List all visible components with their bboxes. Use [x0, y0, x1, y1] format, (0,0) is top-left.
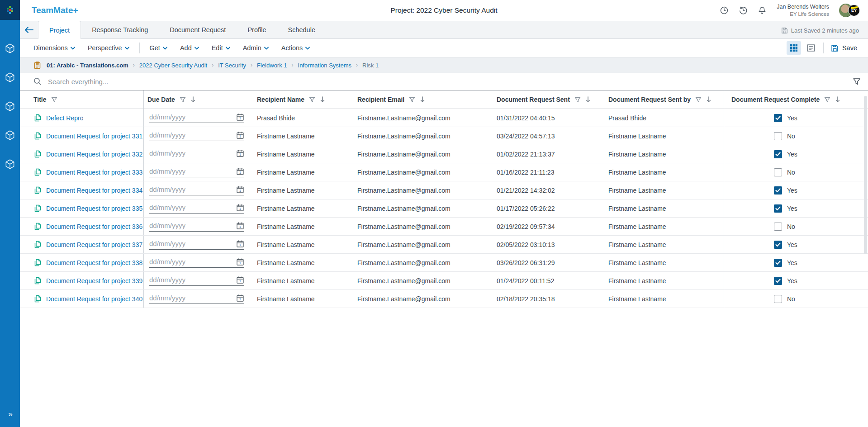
menu-edit[interactable]: Edit — [205, 39, 237, 57]
calendar-icon[interactable]: 1 — [236, 258, 244, 266]
complete-checkbox[interactable] — [774, 259, 782, 267]
column-sort-arrow-icon[interactable] — [420, 96, 425, 103]
due-date-input[interactable] — [149, 204, 226, 211]
back-button[interactable] — [20, 21, 38, 38]
complete-checkbox[interactable] — [774, 277, 782, 285]
sidebar-expand-chevrons-icon[interactable]: » — [0, 410, 20, 419]
menu-admin[interactable]: Admin — [237, 39, 275, 57]
document-request-link[interactable]: Defect Repro — [46, 114, 83, 122]
menu-actions[interactable]: Actions — [275, 39, 317, 57]
user-menu[interactable]: Jan Berends Wolters EY Life Sciences — [777, 4, 829, 17]
complete-checkbox[interactable] — [774, 168, 782, 176]
breadcrumb-item[interactable]: Fieldwork 1 — [257, 62, 287, 69]
complete-checkbox[interactable] — [774, 204, 782, 213]
column-sort-arrow-icon[interactable] — [585, 96, 591, 103]
calendar-icon[interactable]: 1 — [236, 276, 244, 284]
document-request-link[interactable]: Document Request for project 336 — [46, 223, 142, 230]
breadcrumb-item[interactable]: IT Security — [218, 62, 246, 69]
calendar-icon[interactable]: 1 — [236, 204, 244, 212]
calendar-icon[interactable]: 1 — [236, 185, 244, 194]
menu-get[interactable]: Get — [143, 39, 174, 57]
column-header-due-date[interactable]: Due Date — [144, 90, 253, 109]
column-header-document-request-complete[interactable]: Document Request Complete — [724, 90, 868, 109]
column-header-document-request-sent-by[interactable]: Document Request Sent by — [605, 90, 724, 109]
complete-checkbox[interactable] — [774, 223, 782, 231]
document-request-link[interactable]: Document Request for project 338 — [46, 259, 142, 266]
column-filter-funnel-icon[interactable] — [309, 97, 315, 103]
calendar-icon[interactable]: 1 — [236, 240, 244, 248]
wolters-kluwer-logo[interactable] — [0, 0, 20, 20]
sidebar-item-module-2[interactable] — [4, 71, 16, 83]
due-date-input[interactable] — [149, 276, 226, 284]
complete-checkbox[interactable] — [774, 295, 782, 303]
tab-response-tracking[interactable]: Response Tracking — [81, 21, 159, 38]
calendar-icon[interactable]: 1 — [236, 167, 244, 176]
column-filter-funnel-icon[interactable] — [695, 97, 702, 103]
column-filter-funnel-icon[interactable] — [409, 97, 415, 103]
due-date-input[interactable] — [149, 167, 226, 175]
column-sort-arrow-icon[interactable] — [320, 96, 325, 103]
complete-checkbox[interactable] — [774, 241, 782, 249]
calendar-icon[interactable]: 1 — [236, 294, 244, 302]
tab-document-request[interactable]: Document Request — [159, 21, 237, 38]
tab-project[interactable]: Project — [38, 21, 81, 39]
due-date-input[interactable] — [149, 149, 226, 157]
column-filter-funnel-icon[interactable] — [180, 97, 186, 103]
due-date-input[interactable] — [149, 294, 226, 302]
menu-perspective[interactable]: Perspective — [81, 39, 136, 57]
calendar-icon[interactable]: 1 — [236, 131, 244, 139]
column-sort-arrow-icon[interactable] — [190, 96, 196, 103]
grid-view-button[interactable] — [787, 41, 801, 55]
calendar-icon[interactable]: 1 — [236, 149, 244, 157]
menu-add[interactable]: Add — [174, 39, 205, 57]
column-header-recipient-name[interactable]: Recipient Name — [253, 90, 354, 109]
document-request-link[interactable]: Document Request for project 334 — [46, 187, 142, 194]
document-request-link[interactable]: Document Request for project 339 — [46, 277, 142, 285]
column-header-recipient-email[interactable]: Recipient Email — [354, 90, 493, 109]
document-request-link[interactable]: Document Request for project 332 — [46, 151, 142, 158]
document-request-link[interactable]: Document Request for project 331 — [46, 133, 142, 140]
column-filter-funnel-icon[interactable] — [824, 97, 830, 103]
save-button[interactable]: Save — [827, 43, 861, 54]
tab-schedule[interactable]: Schedule — [277, 21, 326, 38]
history-icon[interactable] — [739, 6, 748, 15]
sidebar-item-module-4[interactable] — [4, 129, 16, 141]
breadcrumb-item[interactable]: Information Systems — [298, 62, 352, 69]
document-request-link[interactable]: Document Request for project 335 — [46, 205, 142, 212]
column-filter-funnel-icon[interactable] — [574, 97, 581, 103]
due-date-input[interactable] — [149, 113, 226, 121]
tab-profile[interactable]: Profile — [237, 21, 277, 38]
search-input[interactable] — [48, 78, 853, 85]
clock-icon[interactable] — [720, 6, 729, 15]
column-filter-funnel-icon[interactable] — [51, 97, 57, 103]
search-filter-funnel-icon[interactable] — [853, 77, 861, 85]
complete-checkbox[interactable] — [774, 150, 782, 158]
column-sort-arrow-icon[interactable] — [835, 96, 840, 103]
due-date-input[interactable] — [149, 222, 226, 229]
due-date-input[interactable] — [149, 185, 226, 193]
sidebar-item-module-3[interactable] — [4, 100, 16, 112]
breadcrumb-item[interactable]: 2022 Cyber Security Audit — [139, 62, 207, 69]
vertical-scrollbar[interactable] — [864, 96, 867, 254]
sidebar-item-module-5[interactable] — [4, 158, 16, 170]
menu-dimensions[interactable]: Dimensions — [27, 39, 81, 57]
due-date-input[interactable] — [149, 240, 226, 247]
column-header-document-request-sent[interactable]: Document Request Sent — [493, 90, 605, 109]
column-sort-arrow-icon[interactable] — [706, 96, 711, 103]
document-request-link[interactable]: Document Request for project 340 — [46, 295, 142, 303]
calendar-icon[interactable]: 1 — [236, 113, 244, 121]
form-view-button[interactable] — [804, 41, 818, 55]
sidebar-item-module-1[interactable] — [4, 43, 16, 54]
breadcrumb-item[interactable]: 01: Arabic - Translations.com — [47, 62, 128, 69]
complete-checkbox[interactable] — [774, 114, 782, 122]
due-date-input[interactable] — [149, 258, 226, 266]
complete-checkbox[interactable] — [774, 132, 782, 140]
document-request-link[interactable]: Document Request for project 337 — [46, 241, 142, 248]
user-avatar[interactable]: EY — [839, 3, 860, 18]
document-request-link[interactable]: Document Request for project 333 — [46, 169, 142, 176]
due-date-input[interactable] — [149, 131, 226, 139]
notifications-bell-icon[interactable] — [758, 6, 767, 15]
column-header-title[interactable]: Title — [20, 90, 144, 109]
calendar-icon[interactable]: 1 — [236, 222, 244, 230]
complete-checkbox[interactable] — [774, 186, 782, 195]
